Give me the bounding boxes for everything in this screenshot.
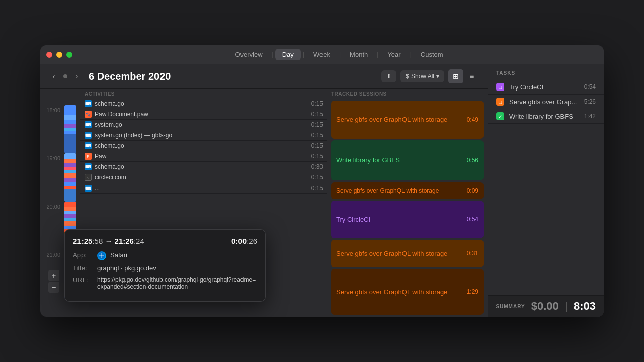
task-item[interactable]: □ Serve gbfs over Grap... 5:26 xyxy=(488,95,604,109)
tasks-panel: TASKS □ Try CircleCI 0:54 □ Serve gbfs o… xyxy=(488,64,604,317)
activity-tooltip: 21:25:58 → 21:26:24 0:00:26 App: xyxy=(64,229,266,302)
duration-sec: :26 xyxy=(247,237,257,245)
activity-item[interactable]: ⌨ schema.go 0:15 xyxy=(80,141,327,151)
task-name: Serve gbfs over Grap... xyxy=(509,98,579,106)
task-item[interactable]: ✓ Write library for GBFS 1:42 xyxy=(488,109,604,124)
time-label-pre xyxy=(40,89,64,105)
time-start-sec: :58 xyxy=(92,237,103,245)
task-item[interactable]: □ Try CircleCI 0:54 xyxy=(488,80,604,95)
close-button[interactable] xyxy=(46,52,52,58)
arrow-icon: → xyxy=(105,237,114,245)
task-checkbox[interactable]: □ xyxy=(496,98,504,106)
session-card[interactable]: Serve gbfs over GraphQL with storage 0:3… xyxy=(331,240,484,267)
activity-item[interactable]: ⌨ system.go 0:15 xyxy=(80,120,327,130)
today-dot[interactable] xyxy=(63,74,67,78)
zoom-in-button[interactable]: + xyxy=(48,270,59,281)
time-end-bold: 21:26 xyxy=(115,237,134,245)
sessions-list: Serve gbfs over GraphQL with storage 0:4… xyxy=(327,99,488,317)
summary-label: SUMMARY xyxy=(496,304,525,309)
title-label: Title: xyxy=(73,264,93,272)
session-card[interactable]: Serve gbfs over GraphQL with storage 1:2… xyxy=(331,269,484,315)
grid-view-button[interactable]: ⊞ xyxy=(448,69,463,83)
header-actions: ⬆ $ Show All ▾ ⊞ ≡ xyxy=(381,69,479,83)
sessions-header: TRACKED SESSIONS xyxy=(327,89,488,99)
tooltip-app-row: App: Safari xyxy=(73,251,257,260)
list-view-button[interactable]: ≡ xyxy=(464,69,479,83)
traffic-lights xyxy=(46,52,72,58)
session-card[interactable]: Serve gbfs over GraphQL with storage 0:4… xyxy=(331,101,484,139)
safari-icon xyxy=(97,251,106,260)
tasks-spacer xyxy=(488,124,604,295)
date-header: ‹ › 6 December 2020 ⬆ $ Show All ▾ xyxy=(40,64,488,89)
session-card[interactable]: Try CircleCI 0:54 xyxy=(331,201,484,239)
tooltip-time-range: 21:25:58 → 21:26:24 xyxy=(73,237,144,245)
vscode-icon: ⌨ xyxy=(85,132,92,139)
summary-money: $0.00 xyxy=(531,300,559,313)
duration-main: 0:00 xyxy=(231,237,247,245)
tab-week[interactable]: Week xyxy=(306,49,337,60)
app-label: App: xyxy=(73,251,93,259)
tab-custom[interactable]: Custom xyxy=(414,49,450,60)
activity-item[interactable]: ⌨ schema.go 0:30 xyxy=(80,162,327,172)
summary-bar: SUMMARY $0.00 | 8:03 xyxy=(488,295,604,317)
minimize-button[interactable] xyxy=(56,52,62,58)
activity-item[interactable]: ⌨ ... 0:15 xyxy=(80,183,327,194)
task-duration: 1:42 xyxy=(584,113,596,120)
activity-item[interactable]: ○ circleci.com 0:15 xyxy=(80,172,327,183)
app-value: Safari xyxy=(110,251,127,259)
task-checkbox[interactable]: □ xyxy=(496,83,504,91)
activity-item[interactable]: ⌨ schema.go 0:15 xyxy=(80,99,327,109)
task-duration: 0:54 xyxy=(584,83,596,90)
tooltip-title-row: Title: graphql · pkg.go.dev xyxy=(73,264,257,272)
vscode-icon: ⌨ xyxy=(85,142,92,149)
tab-day[interactable]: Day xyxy=(275,49,301,60)
circleci-icon: ○ xyxy=(85,174,92,181)
zoom-controls: + − xyxy=(48,270,59,293)
current-date: 6 December 2020 xyxy=(89,71,381,82)
sessions-area: TRACKED SESSIONS Serve gbfs over GraphQL… xyxy=(327,89,488,317)
time-label-1900: 19:00 xyxy=(40,153,64,202)
activity-item[interactable]: ⌨ system.go (Index) — gbfs-go 0:15 xyxy=(80,130,327,141)
url-label: URL: xyxy=(73,276,93,284)
color-bar-1800 xyxy=(64,105,76,153)
task-name: Try CircleCI xyxy=(509,83,579,91)
activities-header: ACTIVITIES xyxy=(80,89,327,99)
maximize-button[interactable] xyxy=(66,52,72,58)
vscode-icon: ⌨ xyxy=(85,185,92,192)
task-checkbox[interactable]: ✓ xyxy=(496,112,504,120)
tooltip-header: 21:25:58 → 21:26:24 0:00:26 xyxy=(73,237,257,245)
tab-overview[interactable]: Overview xyxy=(228,49,269,60)
title-value: graphql · pkg.go.dev xyxy=(97,264,156,272)
nav-arrows: ‹ › xyxy=(48,71,83,82)
main-panel: ‹ › 6 December 2020 ⬆ $ Show All ▾ xyxy=(40,64,488,317)
task-name: Write library for GBFS xyxy=(509,113,579,120)
tab-month[interactable]: Month xyxy=(343,49,375,60)
prev-arrow[interactable]: ‹ xyxy=(48,71,59,82)
titlebar: Overview | Day | Week | Month | Year | C… xyxy=(40,45,604,64)
content-area: ‹ › 6 December 2020 ⬆ $ Show All ▾ xyxy=(40,64,604,317)
dollar-icon: $ xyxy=(406,73,409,80)
zoom-out-button[interactable]: − xyxy=(48,282,59,293)
tab-year[interactable]: Year xyxy=(380,49,408,60)
show-all-button[interactable]: $ Show All ▾ xyxy=(400,70,444,82)
time-end-sec: :24 xyxy=(134,237,144,245)
tooltip-url-row: URL: https://pkg.go.dev/github.com/graph… xyxy=(73,276,257,290)
session-card[interactable]: Write library for GBFS 0:56 xyxy=(331,140,484,181)
time-label-2000: 20:00 xyxy=(40,202,64,250)
url-value: https://pkg.go.dev/github.com/graphql-go… xyxy=(97,276,257,290)
activity-item[interactable]: P Paw 0:15 xyxy=(80,151,327,162)
time-label-1800: 18:00 xyxy=(40,105,64,153)
vscode-icon: ⌨ xyxy=(85,121,92,128)
task-duration: 5:26 xyxy=(584,98,596,105)
next-arrow[interactable]: › xyxy=(71,71,83,82)
activity-item[interactable]: 🐾 Paw Document.paw 0:15 xyxy=(80,109,327,120)
summary-separator: | xyxy=(565,301,568,312)
nav-tabs: Overview | Day | Week | Month | Year | C… xyxy=(80,49,598,60)
paw-icon: 🐾 xyxy=(85,111,92,118)
session-card[interactable]: Serve gbfs over GraphQL with storage 0:0… xyxy=(331,182,484,199)
view-toggle: ⊞ ≡ xyxy=(448,69,479,83)
share-button[interactable]: ⬆ xyxy=(381,70,396,82)
tooltip-duration: 0:00:26 xyxy=(231,237,257,245)
vscode-icon: ⌨ xyxy=(85,163,92,170)
summary-time: 8:03 xyxy=(574,300,596,313)
